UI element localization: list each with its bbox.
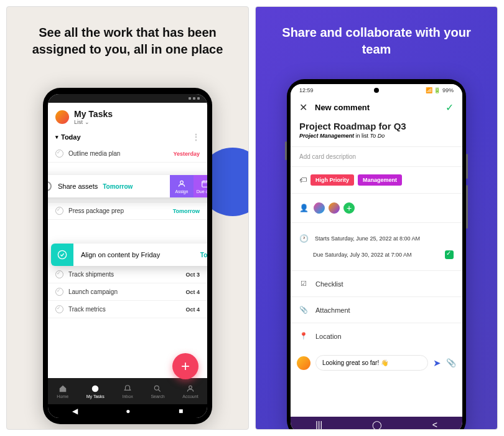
- attach-icon[interactable]: 📎: [446, 358, 456, 367]
- send-icon[interactable]: ➤: [433, 358, 441, 369]
- due-chip: Tomorrow: [173, 208, 200, 214]
- android-status-bar: [48, 94, 207, 103]
- check-icon[interactable]: [55, 270, 63, 278]
- svg-point-0: [180, 181, 184, 184]
- check-icon[interactable]: [55, 305, 63, 313]
- due-chip: Oct 3: [185, 272, 200, 278]
- checklist-item[interactable]: ☑Checklist: [291, 273, 462, 294]
- chevron-down-icon: ⌄: [85, 119, 90, 125]
- comment-input[interactable]: Looking great so far! 👋: [315, 355, 428, 371]
- recent-icon[interactable]: |||: [315, 420, 322, 430]
- clock-icon: 🕐: [299, 234, 309, 243]
- card-title: Project Roadmap for Q3: [291, 116, 462, 133]
- due-chip: Oct 4: [185, 306, 200, 313]
- task-row[interactable]: Outline media planYesterday: [48, 145, 207, 163]
- svg-point-5: [189, 386, 192, 389]
- nav-account[interactable]: Account: [182, 384, 198, 399]
- task-row[interactable]: Track metricsOct 4: [48, 301, 207, 318]
- avatar[interactable]: [55, 110, 69, 124]
- members-row: 👤 +: [291, 196, 462, 220]
- task-row[interactable]: Launch campaignOct 4: [48, 283, 207, 301]
- svg-rect-1: [202, 181, 207, 186]
- tags-row: 🏷 High Priority Management: [291, 169, 462, 191]
- check-icon[interactable]: [55, 288, 63, 296]
- member-avatar[interactable]: [312, 201, 326, 215]
- add-task-fab[interactable]: +: [172, 353, 198, 379]
- headline-left: See all the work that has been assigned …: [7, 7, 248, 70]
- due-chip: Tomorrow: [200, 252, 207, 258]
- due-chip: Oct 4: [185, 289, 200, 295]
- checklist-icon: ☑: [299, 280, 308, 288]
- task-row[interactable]: Track shipmentsOct 3: [48, 266, 207, 283]
- phone-frame-left: My Tasks List⌄ Today⋮ Outline media plan…: [43, 88, 212, 424]
- confirm-icon[interactable]: ✓: [446, 102, 454, 113]
- headline-right: Share and collaborate with your team: [256, 7, 497, 70]
- volume-button: [466, 154, 468, 179]
- section-today[interactable]: Today⋮: [48, 129, 207, 145]
- close-icon[interactable]: ✕: [299, 102, 307, 113]
- attachment-item[interactable]: 📎Attachment: [291, 300, 462, 320]
- tag-high-priority[interactable]: High Priority: [310, 174, 354, 186]
- assign-action[interactable]: Assign: [170, 175, 194, 197]
- svg-point-3: [92, 385, 99, 392]
- check-icon[interactable]: [48, 181, 52, 191]
- nav-mytasks[interactable]: My Tasks: [86, 384, 105, 399]
- nav-home[interactable]: Home: [57, 384, 68, 399]
- complete-badge[interactable]: [51, 244, 73, 266]
- home-icon[interactable]: ●: [126, 407, 130, 415]
- tag-management[interactable]: Management: [358, 174, 402, 186]
- nav-inbox[interactable]: Inbox: [123, 384, 133, 399]
- back-icon[interactable]: ◀: [72, 407, 78, 415]
- camera-cutout: [374, 88, 379, 93]
- tag-icon[interactable]: 🏷: [299, 176, 307, 184]
- check-icon[interactable]: [55, 207, 63, 215]
- svg-point-2: [58, 250, 66, 258]
- back-icon[interactable]: <: [432, 420, 437, 430]
- page-title: My Tasks: [74, 109, 113, 119]
- task-swipe-card[interactable]: Share assets Tomorrow Assign Due date: [48, 175, 207, 197]
- person-icon[interactable]: 👤: [299, 204, 309, 212]
- bottom-nav: Home My Tasks Inbox Search Account: [48, 378, 207, 404]
- dates-section: 🕐Starts Saturday, June 25, 2022 at 8:00 …: [291, 225, 462, 268]
- android-navbar: ◀●■: [48, 404, 207, 418]
- due-chip: Tomorrow: [103, 183, 133, 190]
- comment-header: ✕ New comment ✓: [291, 97, 462, 116]
- location-icon: 📍: [299, 332, 308, 340]
- due-date[interactable]: Due Saturday, July 30, 2022 at 7:00 AM: [313, 252, 411, 258]
- add-member-button[interactable]: +: [342, 201, 356, 215]
- power-button: [466, 185, 468, 229]
- duedate-action[interactable]: Due date: [194, 175, 207, 197]
- task-highlight-card[interactable]: Align on content by Friday Tomorrow: [51, 244, 207, 266]
- view-selector[interactable]: List⌄: [74, 119, 113, 125]
- tasks-header: My Tasks List⌄: [48, 103, 207, 129]
- location-item[interactable]: 📍Location: [291, 326, 462, 346]
- screen-right: 12:59 📶 🔋 99% ✕ New comment ✓ Project Ro…: [291, 84, 462, 430]
- header-title: New comment: [315, 103, 370, 112]
- svg-point-4: [155, 386, 159, 390]
- card-description[interactable]: Add card description: [291, 149, 462, 164]
- more-icon[interactable]: ⋮: [192, 133, 200, 141]
- android-navbar: |||◯<: [291, 417, 462, 430]
- attachment-icon: 📎: [299, 306, 308, 314]
- side-button: [285, 141, 287, 160]
- card-subtitle: Project Management in list To Do: [291, 133, 462, 144]
- phone-frame-right: 12:59 📶 🔋 99% ✕ New comment ✓ Project Ro…: [287, 79, 466, 430]
- nav-search[interactable]: Search: [151, 384, 164, 399]
- comment-composer: Looking great so far! 👋 ➤ 📎: [291, 350, 462, 376]
- recent-icon[interactable]: ■: [179, 407, 183, 415]
- task-row[interactable]: Press package prepTomorrow: [48, 202, 207, 220]
- commenter-avatar[interactable]: [297, 356, 310, 370]
- due-chip: Yesterday: [173, 151, 200, 157]
- panel-collaborate: Share and collaborate with your team 12:…: [255, 6, 498, 430]
- check-icon[interactable]: [55, 149, 63, 158]
- screen-left: My Tasks List⌄ Today⋮ Outline media plan…: [48, 94, 207, 418]
- panel-assigned-work: See all the work that has been assigned …: [6, 6, 249, 430]
- date-check-icon[interactable]: [445, 250, 454, 259]
- start-date[interactable]: Starts Saturday, June 25, 2022 at 8:00 A…: [315, 235, 420, 242]
- member-avatar[interactable]: [327, 201, 341, 215]
- home-icon[interactable]: ◯: [372, 420, 382, 430]
